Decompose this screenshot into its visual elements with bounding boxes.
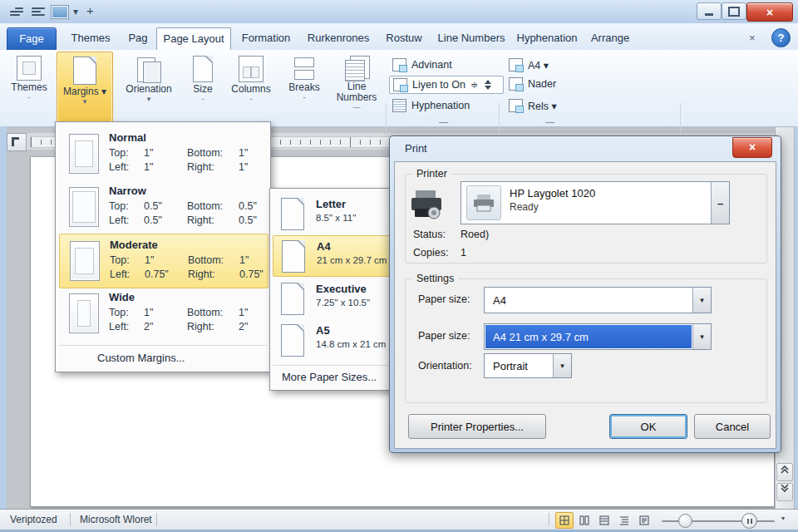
view-draft-button[interactable]	[635, 512, 653, 529]
picture-icon[interactable]	[52, 6, 68, 18]
draft-view-icon	[639, 515, 649, 525]
tab-file[interactable]: Fage	[7, 27, 57, 51]
zoom-indicator-button[interactable]	[741, 513, 757, 529]
nader-icon	[509, 77, 523, 91]
paper-option-executive[interactable]: Executive 7.25" x 10.5"	[273, 278, 394, 318]
ribbon-tab-bar: Fage Themes Pag Page Layout Formation Ru…	[0, 23, 798, 50]
nader-button[interactable]: Nader	[509, 76, 584, 92]
paper-size-dropdown-button-1[interactable]: ▾	[692, 288, 711, 313]
margin-preview-icon	[69, 134, 99, 174]
margin-preview-icon	[69, 187, 99, 227]
printer-combo-text: HP Laygolet 1020 Ready	[501, 182, 711, 224]
minimize-button[interactable]	[697, 2, 722, 20]
spinner-arrows-icon[interactable]	[485, 80, 491, 90]
custom-margins-item[interactable]: Custom Margins...	[97, 352, 185, 364]
status-label: Status:	[413, 229, 446, 240]
margin-option-wide[interactable]: Wide Top:1" Bottom:1" Left:2" Right:2"	[59, 287, 267, 340]
window-frame-left	[0, 126, 7, 509]
dialog-title: Print	[405, 142, 427, 155]
dialog-body: Printer HP Laygolet 1020 Ready – Status	[394, 161, 776, 449]
tab-pag[interactable]: Pag	[123, 27, 153, 49]
tab-arrange[interactable]: Arrange	[587, 27, 633, 49]
printer-state: Ready	[510, 201, 711, 213]
liyen-icon	[393, 78, 407, 91]
indent-list-icon[interactable]	[10, 7, 23, 16]
previous-page-button[interactable]	[776, 463, 793, 481]
copies-value: 1	[461, 247, 466, 259]
a4-icon	[509, 58, 523, 71]
printer-select-combobox[interactable]: HP Laygolet 1020 Ready –	[461, 181, 730, 224]
align-lines-icon[interactable]	[32, 7, 45, 16]
status-item-word[interactable]: Microsoft Wloret	[80, 514, 152, 525]
liyen-spinner-field[interactable]: Liyen to On ≑	[389, 76, 504, 94]
margin-preview-icon	[70, 241, 100, 281]
orientation-combobox[interactable]: Portrait ▾	[484, 353, 572, 378]
status-divider	[70, 513, 71, 526]
ribbon-close-icon[interactable]: ×	[749, 32, 756, 44]
printer-device-icon	[408, 185, 445, 222]
paper-size-combobox-2-selected[interactable]: A4 21 cm x 29.7 cm ▾	[484, 323, 712, 350]
breaks-button[interactable]: Breaks -	[283, 52, 326, 123]
tab-rurkenrones[interactable]: Rurkenrones	[303, 27, 374, 49]
more-paper-sizes-item[interactable]: More Paper Sizes...	[282, 371, 377, 383]
advinant-button[interactable]: Advinant	[392, 57, 494, 73]
columns-button[interactable]: Columns -	[224, 52, 278, 123]
zoom-slider-handle[interactable]	[678, 514, 692, 528]
printer-name: HP Laygolet 1020	[510, 187, 711, 200]
zoom-options-dropdown-icon[interactable]: ▾	[781, 515, 785, 522]
maximize-button[interactable]	[722, 2, 746, 20]
layout-group-launcher[interactable]: —	[439, 116, 448, 126]
advinant-icon	[392, 58, 406, 71]
print-dialog: Print × Printer HP Laygolet 1020 Read	[389, 135, 781, 453]
rels-dropdown-button[interactable]: Rels ▾	[509, 97, 584, 114]
view-print-layout-button[interactable]	[555, 512, 574, 529]
orientation-dropdown-button[interactable]: ▾	[553, 354, 571, 377]
paper-option-a4-selected[interactable]: A4 21 cm x 29.7 cm	[273, 235, 396, 277]
a4-dropdown-button[interactable]: A4 ▾	[509, 57, 584, 73]
web-layout-icon	[599, 515, 609, 525]
margin-option-moderate-selected[interactable]: Moderate Top:1" Bottom:1" Left:0.75" Rig…	[59, 234, 268, 288]
tab-themes[interactable]: Themes	[66, 27, 115, 49]
hyphenation-button[interactable]: Hyphenation	[392, 97, 494, 114]
tab-line-numbers[interactable]: Line Numbers	[436, 27, 507, 49]
printer-combo-dropdown-button[interactable]: –	[711, 182, 729, 224]
paper-size-combobox-1[interactable]: A4 ▾	[484, 287, 712, 313]
page-group-launcher[interactable]: —	[545, 116, 554, 126]
tab-hyphenation[interactable]: Hyphenation	[510, 27, 584, 49]
add-quick-access-button[interactable]: +	[86, 3, 94, 18]
tab-rostuw[interactable]: Rostuw	[379, 27, 429, 49]
application-window: ▾ + × Fage Themes Pag Page Layout Format…	[0, 0, 798, 532]
size-button[interactable]: Size -	[185, 52, 221, 123]
printer-properties-button[interactable]: Printer Properties...	[408, 414, 546, 439]
orientation-button[interactable]: Orienation ▾	[116, 52, 181, 123]
quick-access-dropdown-icon[interactable]: ▾	[73, 4, 78, 19]
orientation-value: Portrait	[485, 354, 553, 377]
status-item-verify[interactable]: Veriptozed	[10, 514, 57, 525]
paper-sheet-icon	[282, 240, 305, 273]
paper-sheet-icon	[281, 324, 304, 357]
close-icon: ×	[766, 6, 773, 19]
dialog-close-button[interactable]: ×	[732, 137, 772, 158]
next-page-button[interactable]	[776, 483, 793, 501]
tab-formation[interactable]: Formation	[234, 27, 298, 49]
margin-option-normal[interactable]: Normal Top:1" Bottom:1" Left:1" Right:1"	[59, 127, 267, 180]
margins-button[interactable]: Margins ▾ ▾	[57, 52, 113, 125]
cancel-button[interactable]: Cancel	[694, 414, 771, 439]
tab-page-layout[interactable]: Page Layout	[156, 27, 231, 50]
paper-option-a5[interactable]: A5 14.8 cm x 21 cm	[273, 320, 394, 360]
margin-option-narrow[interactable]: Narrow Top:0.5" Bottom:0.5" Left:0.5" Ri…	[59, 180, 267, 234]
line-numbers-button[interactable]: Line Numbers —	[331, 52, 382, 123]
view-full-screen-button[interactable]	[575, 512, 594, 529]
themes-button[interactable]: Themes -	[5, 52, 53, 123]
close-window-button[interactable]: ×	[746, 2, 793, 22]
tab-selector-button[interactable]	[7, 133, 27, 151]
help-button[interactable]: ?	[771, 28, 791, 47]
printer-thumbnail-icon	[466, 185, 501, 220]
view-outline-button[interactable]	[615, 512, 633, 529]
paper-option-letter[interactable]: Letter 8.5" x 11"	[273, 194, 394, 234]
margins-icon	[73, 57, 96, 85]
paper-size-dropdown-button-2[interactable]: ▾	[692, 324, 711, 349]
view-web-layout-button[interactable]	[595, 512, 613, 529]
ok-button[interactable]: OK	[609, 414, 687, 439]
rels-icon	[509, 99, 523, 112]
